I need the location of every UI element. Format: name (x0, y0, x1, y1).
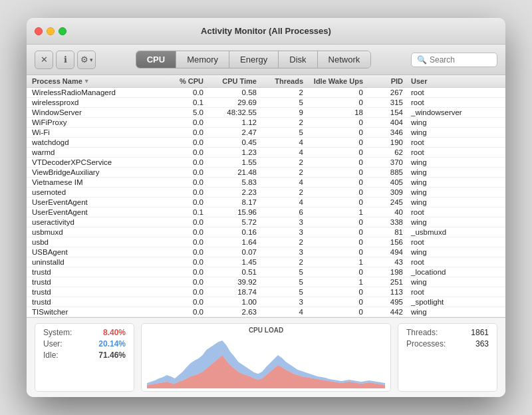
table-row[interactable]: trustd 0.0 18.74 5 0 113 root (27, 287, 505, 297)
table-row[interactable]: USBAgent 0.0 0.07 3 0 494 wing (27, 247, 505, 257)
threads-cell: 4 (265, 178, 311, 186)
table-row[interactable]: ViewBridgeAuxiliary 0.0 21.48 2 0 885 wi… (27, 168, 505, 178)
pid-cell: 245 (371, 198, 411, 206)
table-row[interactable]: usbmuxd 0.0 0.16 3 0 81 _usbmuxd (27, 227, 505, 237)
cpu-time-cell: 5.83 (211, 178, 265, 186)
process-name-label: trustd (32, 298, 51, 306)
threads-cell: 9 (265, 108, 311, 116)
threads-cell: 2 (265, 258, 311, 266)
user-cell: _spotlight (411, 298, 500, 306)
cpu-pct-cell: 0.1 (165, 98, 211, 106)
idle-wakeups-cell: 18 (311, 108, 371, 116)
cpu-time-cell: 1.45 (211, 258, 265, 266)
info-button[interactable]: ℹ (56, 51, 74, 69)
pid-cell: 370 (371, 158, 411, 166)
cpu-pct-cell: 0.0 (165, 88, 211, 96)
gear-button[interactable]: ⚙ ▾ (77, 51, 96, 69)
col-process-name[interactable]: Process Name ▼ (32, 77, 165, 85)
col-cpu-time[interactable]: CPU Time (211, 77, 265, 85)
cpu-time-cell: 1.23 (211, 148, 265, 156)
minimize-button[interactable] (47, 27, 55, 35)
table-row[interactable]: warmd 0.0 1.23 4 0 62 root (27, 148, 505, 158)
col-idle-wakeups[interactable]: Idle Wake Ups (311, 77, 371, 85)
cpu-time-cell: 0.45 (211, 138, 265, 146)
process-name-cell: WirelessRadioManagerd (32, 88, 165, 96)
table-row[interactable]: wirelessproxd 0.1 29.69 5 0 315 root (27, 98, 505, 108)
table-row[interactable]: trustd 0.0 0.51 5 0 198 _locationd (27, 267, 505, 277)
threads-cell: 2 (265, 158, 311, 166)
idle-wakeups-cell: 0 (311, 288, 371, 296)
user-value: 20.14% (98, 339, 126, 348)
process-name-label: uninstalld (32, 258, 65, 266)
user-cell: root (411, 148, 500, 156)
process-name-cell: warmd (32, 148, 165, 156)
table-row[interactable]: WirelessRadioManagerd 0.0 0.58 2 0 267 r… (27, 88, 505, 98)
tab-disk[interactable]: Disk (279, 51, 317, 68)
tab-network[interactable]: Network (318, 51, 371, 68)
process-name-label: TISwitcher (32, 308, 68, 316)
tab-energy[interactable]: Energy (229, 51, 279, 68)
table-row[interactable]: UserEventAgent 0.0 8.17 4 0 245 wing (27, 198, 505, 208)
pid-cell: 154 (371, 108, 411, 116)
idle-wakeups-cell: 0 (311, 248, 371, 256)
cpu-pct-cell: 0.0 (165, 188, 211, 196)
col-cpu-pct[interactable]: % CPU (165, 77, 211, 85)
cpu-time-cell: 39.92 (211, 278, 265, 286)
col-threads[interactable]: Threads (265, 77, 311, 85)
cpu-pct-cell: 0.0 (165, 288, 211, 296)
idle-wakeups-cell: 0 (311, 88, 371, 96)
idle-wakeups-cell: 1 (311, 278, 371, 286)
idle-stat-row: Idle: 71.46% (43, 350, 126, 360)
threads-cell: 5 (265, 268, 311, 276)
pid-cell: 405 (371, 178, 411, 186)
search-input[interactable] (430, 55, 491, 65)
table-row[interactable]: uninstalld 0.0 1.45 2 1 43 root (27, 257, 505, 267)
table-row[interactable]: WiFiProxy 0.0 1.12 2 0 404 wing (27, 118, 505, 128)
process-name-cell: ViewBridgeAuxiliary (32, 168, 165, 176)
pid-cell: 404 (371, 118, 411, 126)
table-row[interactable]: trustd 0.0 1.00 3 0 495 _spotlight (27, 297, 505, 307)
user-cell: wing (411, 188, 500, 196)
user-cell: root (411, 208, 500, 216)
footer-threads: Threads: 1861 Processes: 363 (398, 323, 497, 392)
threads-value: 1861 (471, 328, 489, 337)
process-name-label: usernoted (32, 188, 66, 196)
tab-cpu[interactable]: CPU (136, 51, 176, 68)
col-user[interactable]: User (411, 77, 500, 85)
col-pid[interactable]: PID (371, 77, 411, 85)
cpu-pct-cell: 0.0 (165, 158, 211, 166)
cpu-load-title: CPU LOAD (147, 327, 385, 334)
close-button[interactable] (35, 27, 43, 35)
user-cell: root (411, 138, 500, 146)
table-row[interactable]: VTDecoderXPCService 0.0 1.55 2 0 370 win… (27, 158, 505, 168)
cpu-pct-cell: 0.1 (165, 208, 211, 216)
table-row[interactable]: TISwitcher 0.0 2.63 4 0 442 wing (27, 307, 505, 317)
table-row[interactable]: usernoted 0.0 2.23 2 0 309 wing (27, 188, 505, 198)
table-row[interactable]: UserEventAgent 0.1 15.96 6 1 40 root (27, 208, 505, 217)
user-cell: _usbmuxd (411, 228, 500, 236)
search-icon: 🔍 (417, 55, 427, 65)
table-row[interactable]: Wi-Fi 0.0 2.47 5 0 346 wing (27, 128, 505, 138)
content: Process Name ▼ % CPU CPU Time Threads Id… (27, 75, 505, 397)
search-box[interactable]: 🔍 (411, 53, 497, 67)
threads-cell: 4 (265, 198, 311, 206)
user-cell: wing (411, 248, 500, 256)
cpu-time-cell: 1.12 (211, 118, 265, 126)
threads-cell: 4 (265, 148, 311, 156)
table-row[interactable]: Vietnamese IM 0.0 5.83 4 0 405 wing (27, 178, 505, 188)
table-row[interactable]: usbd 0.0 1.64 2 0 156 root (27, 237, 505, 247)
maximize-button[interactable] (59, 27, 66, 35)
idle-wakeups-cell: 0 (311, 198, 371, 206)
back-button[interactable]: ✕ (35, 51, 53, 69)
table-row[interactable]: useractivityd 0.0 5.72 3 0 338 wing (27, 217, 505, 227)
user-cell: wing (411, 278, 500, 286)
table-row[interactable]: trustd 0.0 39.92 5 1 251 wing (27, 277, 505, 287)
process-name-cell: UserEventAgent (32, 198, 165, 206)
user-cell: root (411, 288, 500, 296)
table-row[interactable]: watchdogd 0.0 0.45 4 0 190 root (27, 138, 505, 148)
table-row[interactable]: WindowServer 5.0 48:32.55 9 18 154 _wind… (27, 108, 505, 118)
user-cell: wing (411, 118, 500, 126)
system-label: System: (43, 328, 72, 337)
tab-memory[interactable]: Memory (176, 51, 229, 68)
footer-stats: System: 8.40% User: 20.14% Idle: 71.46% (35, 323, 134, 392)
